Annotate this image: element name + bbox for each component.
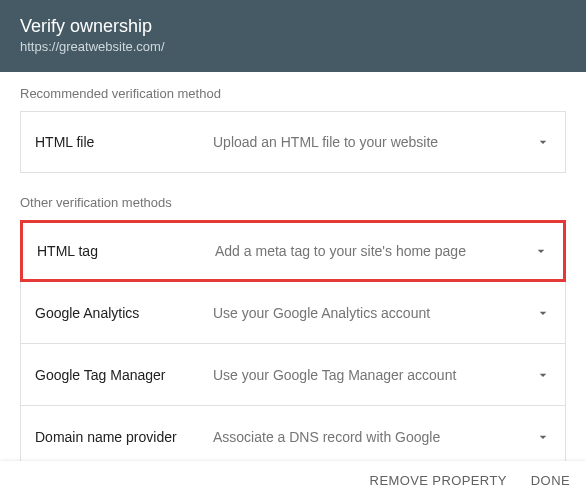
method-name: Domain name provider — [35, 429, 213, 445]
chevron-down-icon — [535, 429, 551, 445]
method-name: HTML tag — [37, 243, 215, 259]
method-name: Google Analytics — [35, 305, 213, 321]
chevron-down-icon — [535, 305, 551, 321]
method-name: Google Tag Manager — [35, 367, 213, 383]
method-description: Associate a DNS record with Google — [213, 429, 535, 445]
recommended-methods: HTML file Upload an HTML file to your we… — [20, 111, 566, 173]
recommended-label: Recommended verification method — [20, 86, 566, 101]
dialog-footer: REMOVE PROPERTY DONE — [0, 461, 586, 500]
page-title: Verify ownership — [20, 16, 566, 37]
method-description: Upload an HTML file to your website — [213, 134, 535, 150]
method-description: Add a meta tag to your site's home page — [215, 243, 533, 259]
method-google-analytics[interactable]: Google Analytics Use your Google Analyti… — [20, 282, 566, 344]
remove-property-button[interactable]: REMOVE PROPERTY — [370, 473, 507, 488]
method-description: Use your Google Analytics account — [213, 305, 535, 321]
method-domain-name-provider[interactable]: Domain name provider Associate a DNS rec… — [20, 406, 566, 461]
done-button[interactable]: DONE — [531, 473, 570, 488]
other-label: Other verification methods — [20, 195, 566, 210]
site-url: https://greatwebsite.com/ — [20, 39, 566, 54]
chevron-down-icon — [535, 134, 551, 150]
other-methods: HTML tag Add a meta tag to your site's h… — [20, 220, 566, 461]
method-description: Use your Google Tag Manager account — [213, 367, 535, 383]
method-html-file[interactable]: HTML file Upload an HTML file to your we… — [20, 111, 566, 173]
dialog-header: Verify ownership https://greatwebsite.co… — [0, 0, 586, 72]
chevron-down-icon — [535, 367, 551, 383]
method-google-tag-manager[interactable]: Google Tag Manager Use your Google Tag M… — [20, 344, 566, 406]
chevron-down-icon — [533, 243, 549, 259]
method-html-tag[interactable]: HTML tag Add a meta tag to your site's h… — [20, 220, 566, 282]
method-name: HTML file — [35, 134, 213, 150]
dialog-content: Recommended verification method HTML fil… — [0, 72, 586, 461]
